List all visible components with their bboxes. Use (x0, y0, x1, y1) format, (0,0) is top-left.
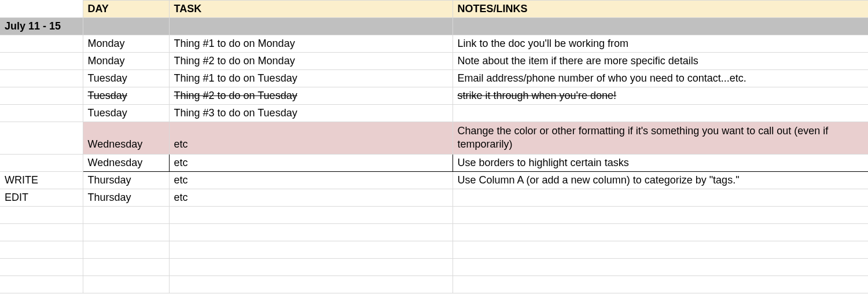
cell-tag[interactable] (0, 122, 83, 155)
cell-day[interactable] (83, 275, 169, 293)
cell-task[interactable] (169, 258, 453, 275)
table-row[interactable]: WRITEThursdayetcUse Column A (or add a n… (0, 171, 868, 189)
cell-day[interactable] (83, 258, 169, 275)
cell-notes[interactable]: Change the color or other formatting if … (453, 122, 868, 155)
cell-notes[interactable] (453, 258, 868, 275)
cell-tag[interactable] (0, 223, 83, 241)
cell-tag[interactable]: EDIT (0, 189, 83, 206)
cell-tag[interactable] (0, 154, 83, 171)
cell-day[interactable]: Thursday (83, 189, 169, 206)
cell-day[interactable]: Monday (83, 53, 169, 70)
cell-notes[interactable] (453, 189, 868, 206)
cell-day[interactable]: Thursday (83, 171, 169, 189)
cell-task[interactable]: etc (169, 189, 453, 206)
cell-day[interactable] (83, 206, 169, 223)
cell-notes[interactable]: Note about the item if there are more sp… (453, 53, 868, 70)
date-row-notes[interactable] (453, 18, 868, 35)
date-range-row[interactable]: July 11 - 15 (0, 18, 868, 35)
cell-day[interactable]: Wednesday (83, 154, 169, 171)
date-range-cell[interactable]: July 11 - 15 (0, 18, 83, 35)
cell-tag[interactable] (0, 241, 83, 258)
cell-tag[interactable]: WRITE (0, 171, 83, 189)
table-row[interactable]: EDITThursdayetc (0, 189, 868, 206)
cell-tag[interactable] (0, 87, 83, 105)
table-row[interactable] (0, 206, 868, 223)
task-spreadsheet[interactable]: DAY TASK NOTES/LINKS July 11 - 15 Monday… (0, 0, 868, 293)
cell-day[interactable]: Tuesday (83, 87, 169, 105)
date-row-task[interactable] (169, 18, 453, 35)
cell-task[interactable] (169, 241, 453, 258)
header-col-a[interactable] (0, 1, 83, 18)
cell-notes[interactable]: strike it through when you're done! (453, 87, 868, 105)
cell-notes[interactable] (453, 275, 868, 293)
cell-task[interactable] (169, 223, 453, 241)
cell-task[interactable]: Thing #2 to do on Monday (169, 53, 453, 70)
cell-tag[interactable] (0, 105, 83, 122)
cell-tag[interactable] (0, 206, 83, 223)
cell-task[interactable] (169, 275, 453, 293)
cell-notes[interactable] (453, 223, 868, 241)
header-notes[interactable]: NOTES/LINKS (453, 1, 868, 18)
cell-task[interactable]: etc (169, 122, 453, 155)
cell-day[interactable]: Wednesday (83, 122, 169, 155)
cell-day[interactable]: Tuesday (83, 70, 169, 87)
cell-notes[interactable] (453, 206, 868, 223)
table-row[interactable] (0, 223, 868, 241)
cell-notes[interactable]: Use Column A (or add a new column) to ca… (453, 171, 868, 189)
cell-tag[interactable] (0, 70, 83, 87)
date-row-day[interactable] (83, 18, 169, 35)
cell-task[interactable]: Thing #2 to do on Tuesday (169, 87, 453, 105)
cell-tag[interactable] (0, 258, 83, 275)
table-row[interactable] (0, 258, 868, 275)
table-row[interactable] (0, 275, 868, 293)
table-row[interactable] (0, 241, 868, 258)
header-task[interactable]: TASK (169, 1, 453, 18)
cell-day[interactable]: Monday (83, 35, 169, 53)
cell-notes[interactable] (453, 241, 868, 258)
cell-tag[interactable] (0, 35, 83, 53)
table-row[interactable]: MondayThing #2 to do on MondayNote about… (0, 53, 868, 70)
table-row[interactable]: MondayThing #1 to do on MondayLink to th… (0, 35, 868, 53)
header-day[interactable]: DAY (83, 1, 169, 18)
cell-task[interactable]: Thing #3 to do on Tuesday (169, 105, 453, 122)
table-row[interactable]: TuesdayThing #2 to do on Tuesdaystrike i… (0, 87, 868, 105)
table-row[interactable]: TuesdayThing #1 to do on TuesdayEmail ad… (0, 70, 868, 87)
cell-day[interactable] (83, 223, 169, 241)
cell-task[interactable]: etc (169, 171, 453, 189)
cell-day[interactable]: Tuesday (83, 105, 169, 122)
cell-task[interactable]: etc (169, 154, 453, 171)
cell-tag[interactable] (0, 53, 83, 70)
table-row[interactable]: WednesdayetcUse borders to highlight cer… (0, 154, 868, 171)
cell-notes[interactable]: Email address/phone number of who you ne… (453, 70, 868, 87)
cell-day[interactable] (83, 241, 169, 258)
table-row[interactable]: TuesdayThing #3 to do on Tuesday (0, 105, 868, 122)
table-row[interactable]: WednesdayetcChange the color or other fo… (0, 122, 868, 155)
cell-notes[interactable]: Link to the doc you'll be working from (453, 35, 868, 53)
cell-notes[interactable]: Use borders to highlight certain tasks (453, 154, 868, 171)
cell-task[interactable]: Thing #1 to do on Monday (169, 35, 453, 53)
cell-notes[interactable] (453, 105, 868, 122)
cell-tag[interactable] (0, 275, 83, 293)
cell-task[interactable]: Thing #1 to do on Tuesday (169, 70, 453, 87)
cell-task[interactable] (169, 206, 453, 223)
header-row[interactable]: DAY TASK NOTES/LINKS (0, 1, 868, 18)
